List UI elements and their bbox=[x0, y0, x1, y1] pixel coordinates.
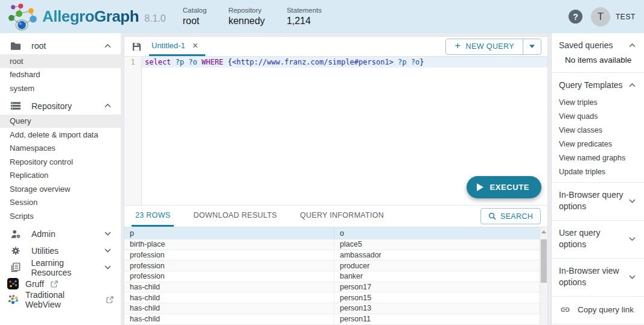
allegrograph-webview: AllegroGraph 8.1.0 Catalog root Reposito… bbox=[0, 0, 644, 325]
chevron-up-icon bbox=[104, 44, 111, 48]
table-row: has-child person11 bbox=[124, 314, 540, 325]
sidebar-item-traditional-webview[interactable]: Traditional WebView bbox=[0, 292, 121, 308]
query-templates-header[interactable]: Query Templates bbox=[559, 75, 638, 95]
close-icon[interactable]: × bbox=[193, 41, 198, 51]
search-icon bbox=[488, 212, 496, 220]
molecule-icon bbox=[7, 294, 19, 304]
sidebar-item-namespaces[interactable]: Namespaces bbox=[0, 142, 121, 156]
scroll-up-arrow-icon[interactable] bbox=[540, 227, 547, 236]
sidebar-item-session[interactable]: Session bbox=[0, 196, 121, 210]
query-tab-bar: Untitled-1 × + NEW QUERY bbox=[124, 37, 547, 57]
search-button[interactable]: SEARCH bbox=[480, 208, 541, 224]
user-query-options-header[interactable]: User query options bbox=[559, 223, 638, 254]
template-view-named-graphs[interactable]: View named graphs bbox=[559, 151, 638, 165]
in-browser-query-options-group: In-Browser query options bbox=[552, 183, 644, 221]
sidebar-section-learning-resources[interactable]: Learning Resources bbox=[0, 259, 121, 276]
results-table: p o birth-place place5 profession ambass… bbox=[124, 227, 547, 325]
external-link-icon bbox=[106, 296, 113, 303]
query-templates-group: Query Templates View triples View quads … bbox=[552, 73, 644, 183]
username: TEST bbox=[616, 13, 636, 21]
chevron-down-icon bbox=[104, 232, 111, 236]
user-query-options-group: User query options bbox=[552, 221, 644, 259]
table-row: birth-place place5 bbox=[124, 239, 540, 250]
in-browser-view-options-header[interactable]: In-Browser view options bbox=[559, 261, 638, 292]
sidebar-section-repository[interactable]: Repository bbox=[0, 98, 121, 115]
results-tab-bar: 23 ROWS DOWNLOAD RESULTS QUERY INFORMATI… bbox=[124, 206, 547, 227]
sidebar-item-scripts[interactable]: Scripts bbox=[0, 209, 121, 223]
chevron-down-icon bbox=[104, 248, 111, 253]
table-row: has-child person15 bbox=[124, 292, 540, 303]
app-version: 8.1.0 bbox=[144, 13, 166, 24]
table-row: profession producer bbox=[124, 260, 540, 271]
column-header-o[interactable]: o bbox=[334, 227, 540, 239]
column-header-p[interactable]: p bbox=[124, 227, 334, 239]
saved-queries-header[interactable]: Saved queries bbox=[559, 36, 638, 55]
folder-icon bbox=[10, 42, 22, 51]
table-row: has-child person17 bbox=[124, 282, 540, 293]
app-title: AllegroGraph bbox=[42, 7, 139, 26]
template-view-quads[interactable]: View quads bbox=[559, 109, 638, 123]
sidebar-item-fedshard[interactable]: fedshard bbox=[0, 68, 121, 82]
sidebar-item-query[interactable]: Query bbox=[0, 115, 121, 128]
tab-download-results[interactable]: DOWNLOAD RESULTS bbox=[190, 206, 281, 227]
tab-rows[interactable]: 23 ROWS bbox=[132, 206, 174, 227]
chevron-up-icon bbox=[629, 83, 636, 87]
in-browser-query-options-header[interactable]: In-Browser query options bbox=[559, 185, 638, 216]
stat-catalog: Catalog root bbox=[183, 7, 207, 27]
chevron-down-icon bbox=[629, 237, 636, 241]
sidebar-item-root[interactable]: root bbox=[0, 54, 121, 68]
chevron-up-icon bbox=[629, 43, 636, 48]
plus-icon: + bbox=[454, 40, 461, 52]
results-section: 23 ROWS DOWNLOAD RESULTS QUERY INFORMATI… bbox=[124, 206, 547, 325]
results-scrollbar[interactable] bbox=[540, 227, 547, 325]
copy-query-link-button[interactable]: Copy query link bbox=[559, 299, 638, 320]
right-panel: Saved queries No items available Query T… bbox=[551, 33, 644, 325]
editor-gutter: 1 bbox=[124, 57, 142, 205]
sidebar-item-replication[interactable]: Replication bbox=[0, 169, 121, 183]
tab-untitled-1[interactable]: Untitled-1 × bbox=[149, 37, 205, 56]
link-icon bbox=[560, 304, 570, 315]
admin-person-gear-icon bbox=[10, 229, 22, 239]
sidebar-section-utilities[interactable]: Utilities bbox=[0, 242, 121, 259]
stat-repository: Repository kennedy bbox=[228, 7, 265, 27]
table-row: profession ambassador bbox=[124, 250, 540, 261]
saved-queries-group: Saved queries No items available bbox=[552, 33, 644, 73]
copy-query-link-group: Copy query link bbox=[552, 297, 644, 324]
sidebar-section-admin[interactable]: Admin bbox=[0, 226, 121, 242]
chevron-down-icon bbox=[629, 199, 636, 203]
template-view-triples[interactable]: View triples bbox=[559, 95, 638, 109]
chevron-up-icon bbox=[104, 104, 111, 108]
scrollbar-thumb[interactable] bbox=[541, 239, 547, 283]
query-editor[interactable]: 1 select ?p ?o WHERE {<http://www.franz.… bbox=[124, 57, 547, 206]
line-number: 1 bbox=[124, 57, 141, 68]
caret-down-icon bbox=[529, 45, 535, 48]
template-update-triples[interactable]: Update triples bbox=[559, 165, 638, 178]
query-line-1: select ?p ?o WHERE {<http://www.franz.co… bbox=[142, 57, 547, 68]
tab-query-information[interactable]: QUERY INFORMATION bbox=[296, 206, 387, 227]
external-link-icon bbox=[51, 280, 58, 288]
sidebar-item-storage-overview[interactable]: Storage overview bbox=[0, 182, 121, 196]
table-row: has-child person13 bbox=[124, 303, 540, 314]
left-sidebar: root root fedshard system Repository Que… bbox=[0, 33, 121, 325]
repo-stats: Catalog root Repository kennedy Statemen… bbox=[183, 7, 322, 27]
play-icon bbox=[477, 183, 483, 191]
sidebar-item-add-delete-import[interactable]: Add, delete & import data bbox=[0, 128, 121, 142]
template-view-classes[interactable]: View classes bbox=[559, 123, 638, 137]
execute-button[interactable]: EXECUTE bbox=[467, 176, 541, 198]
table-header: p o bbox=[124, 227, 540, 239]
sidebar-item-repository-control[interactable]: Repository control bbox=[0, 155, 121, 169]
save-icon[interactable] bbox=[132, 42, 142, 52]
avatar[interactable]: T bbox=[591, 7, 610, 27]
sidebar-item-system[interactable]: system bbox=[0, 81, 121, 95]
query-workspace: Untitled-1 × + NEW QUERY 1 bbox=[124, 36, 548, 325]
new-query-dropdown[interactable] bbox=[523, 39, 541, 54]
new-query-button[interactable]: + NEW QUERY bbox=[445, 39, 541, 55]
template-view-predicates[interactable]: View predicates bbox=[559, 137, 638, 151]
table-row: profession banker bbox=[124, 271, 540, 282]
allegrograph-logo bbox=[6, 3, 39, 31]
repository-icon bbox=[10, 101, 22, 110]
book-icon bbox=[10, 262, 21, 273]
sidebar-section-catalog-root[interactable]: root bbox=[0, 37, 121, 54]
question-help-icon[interactable]: ? bbox=[569, 10, 582, 24]
gear-icon bbox=[10, 246, 22, 256]
